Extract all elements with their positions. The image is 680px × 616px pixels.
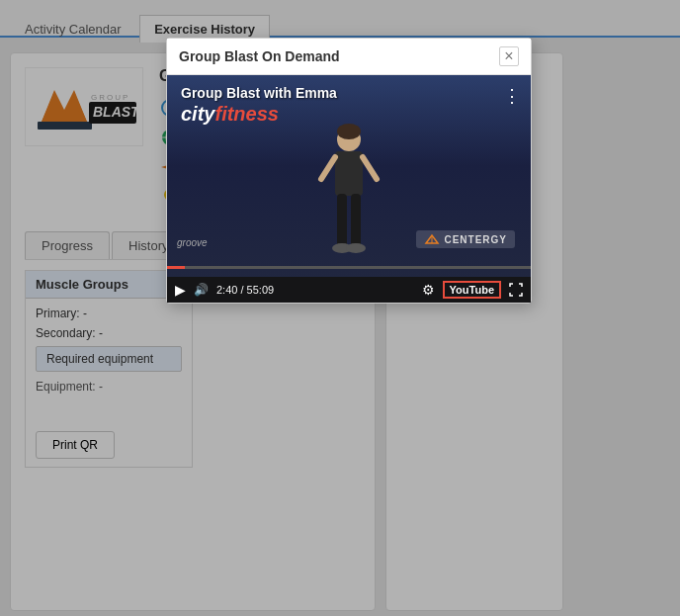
- modal-close-button[interactable]: ×: [499, 46, 519, 66]
- total-time: 55:09: [247, 284, 275, 296]
- person-figure: [309, 120, 388, 258]
- time-display: 2:40 / 55:09: [216, 284, 274, 296]
- video-title-overlay: Group Blast with Emma: [181, 85, 501, 101]
- modal-title: Group Blast On Demand: [179, 48, 340, 64]
- play-button[interactable]: ▶: [175, 282, 186, 298]
- more-options-icon[interactable]: ⋮: [503, 85, 521, 107]
- svg-point-20: [337, 124, 361, 139]
- svg-rect-25: [351, 194, 361, 248]
- svg-line-23: [363, 157, 377, 179]
- centergy-logo-icon: [424, 233, 440, 245]
- video-background: Group Blast with Emma cityfitness ⋮: [167, 75, 531, 303]
- group-blast-modal: Group Blast On Demand × Group Blast with…: [166, 38, 532, 304]
- volume-button[interactable]: 🔊: [194, 283, 209, 297]
- centergy-brand: CENTERGY: [416, 230, 515, 248]
- svg-rect-24: [337, 194, 347, 248]
- youtube-badge[interactable]: YouTube: [443, 281, 501, 299]
- centergy-text: CENTERGY: [444, 234, 507, 245]
- modal-header: Group Blast On Demand ×: [167, 39, 531, 75]
- fullscreen-icon: [509, 283, 523, 297]
- settings-button[interactable]: ⚙: [422, 282, 435, 298]
- video-progress-filled: [167, 266, 185, 269]
- svg-point-27: [346, 243, 366, 253]
- video-player: Group Blast with Emma cityfitness ⋮: [167, 75, 531, 303]
- svg-line-22: [321, 157, 335, 179]
- groove-brand: groove: [177, 237, 208, 248]
- fitness-text: fitness: [214, 103, 278, 125]
- modal-body: Group Blast with Emma cityfitness ⋮: [167, 75, 531, 303]
- city-text: city: [181, 103, 214, 125]
- current-time: 2:40: [216, 284, 237, 296]
- cityfitness-brand: cityfitness: [181, 103, 279, 126]
- fullscreen-button[interactable]: [509, 283, 523, 297]
- video-progress-bar[interactable]: [167, 266, 531, 269]
- video-controls-bar: ▶ 🔊 2:40 / 55:09 ⚙ YouTube: [167, 277, 531, 303]
- svg-rect-21: [335, 151, 363, 196]
